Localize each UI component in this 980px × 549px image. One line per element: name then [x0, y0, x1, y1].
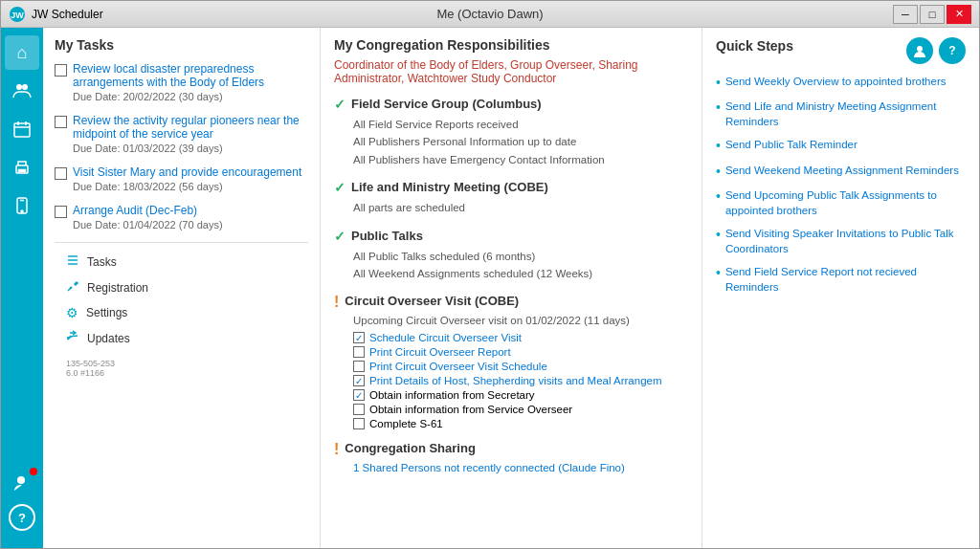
task-4-body: Arrange Audit (Dec-Feb) Due Date: 01/04/… — [73, 204, 223, 231]
quick-step: • Send Upcoming Public Talk Assignments … — [716, 187, 966, 218]
sharing-text[interactable]: 1 Shared Persons not recently connected … — [334, 462, 688, 473]
quick-step: • Send Public Talk Reminder — [716, 137, 966, 154]
qs-link[interactable]: Send Visiting Speaker Invitations to Pub… — [725, 226, 966, 256]
section-title: Life and Ministry Meeting (COBE) — [351, 180, 548, 194]
checklist-checkbox[interactable]: ✓ — [353, 389, 365, 401]
sidebar-person-alert-icon[interactable] — [5, 466, 39, 500]
list-item: Complete S-61 — [353, 418, 688, 429]
bottom-nav: Tasks Registration — [55, 242, 308, 357]
minimize-button[interactable]: ─ — [893, 5, 918, 24]
task-2-body: Review the activity regular pioneers nea… — [73, 114, 308, 154]
task-4-checkbox[interactable] — [55, 206, 67, 218]
checklist-text: Complete S-61 — [369, 418, 443, 429]
list-item: ✓ Print Details of Host, Shepherding vis… — [353, 375, 688, 386]
sidebar-phone-icon[interactable] — [5, 188, 39, 223]
task-item: Visit Sister Mary and provide encouragem… — [55, 165, 308, 192]
svg-text:JW: JW — [11, 11, 24, 20]
qs-link[interactable]: Send Upcoming Public Talk Assignments to… — [725, 187, 966, 218]
qs-link[interactable]: Send Weekend Meeting Assignment Reminder… — [725, 163, 959, 178]
task-2-title[interactable]: Review the activity regular pioneers nea… — [73, 114, 308, 141]
qs-link[interactable]: Send Life and Ministry Meeting Assignmen… — [725, 99, 966, 129]
warn-icon: ! — [334, 441, 339, 458]
task-item: Review the activity regular pioneers nea… — [55, 114, 308, 154]
help-rp-icon[interactable]: ? — [939, 37, 966, 64]
nav-updates[interactable]: Updates — [55, 325, 308, 351]
svg-point-17 — [71, 288, 72, 289]
section-item-text: All Publishers Personal Information up t… — [353, 133, 688, 150]
quick-step: • Send Life and Ministry Meeting Assignm… — [716, 99, 966, 129]
content-area: My Tasks Review local disaster preparedn… — [43, 28, 979, 548]
quick-step: • Send Weekend Meeting Assignment Remind… — [716, 163, 966, 180]
title-bar-left: JW JW Scheduler — [9, 6, 103, 23]
checklist-checkbox[interactable] — [353, 346, 365, 358]
check-mark: ✓ — [355, 333, 363, 343]
task-1-due: Due Date: 20/02/2022 (30 days) — [73, 91, 308, 102]
task-1-checkbox[interactable] — [55, 64, 67, 77]
section-header: ! Circuit Overseer Visit (COBE) — [334, 294, 688, 311]
sidebar-people-icon[interactable] — [5, 74, 39, 108]
task-1-title[interactable]: Review local disaster preparedness arran… — [73, 62, 308, 89]
co-checklist: ✓ Schedule Circuit Overseer Visit Print … — [353, 332, 688, 429]
maximize-button[interactable]: □ — [920, 5, 945, 24]
checklist-checkbox[interactable] — [353, 404, 365, 415]
task-3-title[interactable]: Visit Sister Mary and provide encouragem… — [73, 165, 301, 179]
section-body: All Public Talks scheduled (6 months) Al… — [334, 248, 688, 283]
section-header: ✓ Field Service Group (Columbus) — [334, 97, 688, 112]
sidebar: ⌂ — [1, 28, 43, 548]
quick-step: • Send Visiting Speaker Invitations to P… — [716, 226, 966, 256]
sidebar-help-icon[interactable]: ? — [9, 504, 35, 531]
section-header: ✓ Life and Ministry Meeting (COBE) — [334, 180, 688, 195]
qs-link[interactable]: Send Weekly Overview to appointed brothe… — [725, 74, 947, 89]
nav-tasks[interactable]: Tasks — [55, 249, 308, 274]
task-3-checkbox[interactable] — [55, 167, 67, 180]
quick-steps-heading: Quick Steps — [716, 38, 793, 54]
section-item-text: All Weekend Assignments scheduled (12 We… — [353, 265, 688, 282]
bullet-icon: • — [716, 163, 721, 180]
window-title: Me (Octavio Dawn) — [436, 7, 543, 21]
checklist-link[interactable]: Print Circuit Overseer Report — [369, 346, 511, 358]
nav-tasks-label: Tasks — [87, 255, 117, 269]
bullet-icon: • — [716, 99, 721, 116]
checklist-checkbox[interactable] — [353, 361, 365, 372]
close-button[interactable]: ✕ — [947, 5, 971, 24]
co-date: Upcoming Circuit Overseer visit on 01/02… — [353, 315, 688, 326]
nav-registration[interactable]: Registration — [55, 274, 308, 300]
tasks-nav-icon — [66, 253, 79, 270]
checklist-checkbox[interactable] — [353, 418, 365, 429]
window-controls: ─ □ ✕ — [893, 5, 971, 24]
checklist-link[interactable]: Schedule Circuit Overseer Visit — [369, 332, 522, 343]
sidebar-calendar-icon[interactable] — [5, 112, 39, 146]
checklist-link[interactable]: Print Details of Host, Shepherding visit… — [369, 375, 662, 386]
person-icon[interactable] — [906, 37, 933, 64]
task-2-checkbox[interactable] — [55, 116, 67, 128]
section-field-service: ✓ Field Service Group (Columbus) All Fie… — [334, 97, 688, 168]
task-item: Review local disaster preparedness arran… — [55, 62, 308, 102]
section-title: Field Service Group (Columbus) — [351, 97, 542, 111]
sidebar-home-icon[interactable]: ⌂ — [5, 35, 39, 70]
section-header: ✓ Public Talks — [334, 229, 688, 244]
list-item: ✓ Obtain information from Secretary — [353, 389, 688, 401]
checklist-checkbox[interactable]: ✓ — [353, 375, 365, 386]
qs-link[interactable]: Send Public Talk Reminder — [725, 137, 858, 152]
task-item: Arrange Audit (Dec-Feb) Due Date: 01/04/… — [55, 204, 308, 231]
checklist-checkbox[interactable]: ✓ — [353, 332, 365, 343]
check-icon: ✓ — [334, 97, 345, 112]
nav-settings-label: Settings — [86, 306, 127, 319]
quick-step: • Send Weekly Overview to appointed brot… — [716, 74, 966, 91]
check-mark: ✓ — [355, 390, 363, 401]
list-item: Print Circuit Overseer Visit Schedule — [353, 361, 688, 372]
checklist-link[interactable]: Print Circuit Overseer Visit Schedule — [369, 361, 547, 372]
qs-link[interactable]: Send Field Service Report not recieved R… — [725, 264, 966, 295]
section-title: Public Talks — [351, 229, 423, 243]
nav-settings[interactable]: ⚙ Settings — [55, 300, 308, 325]
section-body: All Field Service Reports received All P… — [334, 116, 688, 168]
sidebar-print-icon[interactable] — [5, 150, 39, 185]
bullet-icon: • — [716, 264, 721, 281]
section-title: Circuit Overseer Visit (COBE) — [345, 294, 519, 308]
bullet-icon: • — [716, 226, 721, 243]
middle-panel: My Congregation Responsibilities Coordin… — [321, 28, 702, 548]
list-item: Obtain information from Service Overseer — [353, 404, 688, 415]
section-body: All parts are scheduled — [334, 199, 688, 216]
task-4-due: Due Date: 01/04/2022 (70 days) — [73, 219, 223, 231]
task-4-title[interactable]: Arrange Audit (Dec-Feb) — [73, 204, 223, 217]
